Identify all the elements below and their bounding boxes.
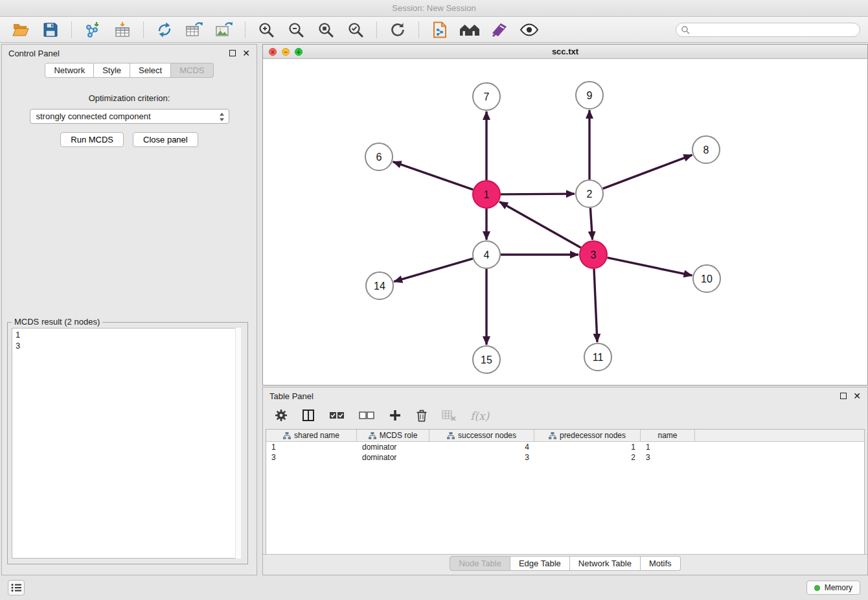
network-window-titlebar[interactable]: × – + scc.txt [263, 45, 867, 59]
export-table-icon [185, 21, 203, 38]
network-canvas[interactable]: 7968124314101511 [263, 59, 867, 385]
graph-node-15[interactable]: 15 [473, 346, 500, 373]
export-network-button[interactable] [152, 19, 177, 40]
export-image-button[interactable] [211, 19, 237, 40]
import-network-button[interactable] [80, 19, 106, 40]
edge-2-3[interactable] [590, 208, 592, 240]
tab-style[interactable]: Style [94, 63, 130, 78]
table-cell[interactable]: 2 [534, 453, 641, 462]
table-cell[interactable]: 4 [429, 443, 534, 452]
tab-network-table[interactable]: Network Table [570, 556, 641, 571]
graph-node-6[interactable]: 6 [365, 143, 393, 170]
tab-network[interactable]: Network [45, 63, 94, 78]
close-window-icon[interactable]: × [269, 48, 277, 56]
edge-3-10[interactable] [608, 258, 692, 276]
home-button[interactable] [457, 19, 483, 40]
edge-4-14[interactable] [394, 259, 473, 282]
show-columns-button[interactable] [302, 409, 315, 424]
table-cell[interactable]: dominator [357, 443, 429, 452]
edge-1-2[interactable] [501, 194, 575, 194]
zoom-fit-button[interactable] [313, 19, 339, 40]
graph-node-7[interactable]: 7 [473, 83, 500, 110]
add-column-button[interactable] [389, 409, 402, 424]
tab-edge-table[interactable]: Edge Table [510, 556, 570, 571]
tab-node-table[interactable]: Node Table [450, 556, 510, 571]
network-graph[interactable]: 7968124314101511 [263, 59, 867, 385]
graph-node-2[interactable]: 2 [576, 180, 603, 207]
task-history-button[interactable] [8, 580, 25, 595]
run-mcds-button[interactable]: Run MCDS [60, 132, 124, 147]
search-input[interactable] [676, 23, 860, 37]
graph-node-4[interactable]: 4 [473, 241, 500, 268]
save-session-button[interactable] [38, 19, 63, 40]
criterion-dropdown[interactable]: strongly connected component [30, 109, 229, 124]
export-table-button[interactable] [181, 19, 207, 40]
edge-3-11[interactable] [594, 269, 597, 342]
zoom-fit-icon [317, 21, 334, 38]
tab-select[interactable]: Select [130, 63, 171, 78]
graph-node-10[interactable]: 10 [693, 265, 720, 292]
memory-status-icon [814, 585, 820, 591]
graph-node-11[interactable]: 11 [584, 343, 611, 371]
zoom-out-button[interactable] [283, 19, 309, 40]
column-header-mcds-role[interactable]: MCDS role [357, 430, 429, 441]
graph-node-8[interactable]: 8 [692, 136, 720, 163]
column-header-name[interactable]: name [641, 430, 695, 441]
delete-column-button[interactable] [416, 409, 428, 424]
graph-node-3[interactable]: 3 [580, 241, 607, 268]
table-row[interactable]: 3 dominator 3 2 3 [266, 452, 864, 463]
home-icon [459, 22, 480, 38]
float-table-panel-icon[interactable] [840, 393, 847, 399]
table-settings-button[interactable] [275, 409, 288, 424]
column-label: MCDS role [380, 431, 418, 440]
function-builder-button[interactable]: f(x) [470, 410, 489, 422]
close-panel-icon[interactable]: ✕ [242, 49, 250, 57]
column-header-successor-nodes[interactable]: successor nodes [429, 430, 534, 441]
table-cell[interactable]: 3 [429, 453, 534, 462]
edge-1-6[interactable] [393, 162, 474, 190]
zoom-in-button[interactable] [253, 19, 279, 40]
graph-node-9[interactable]: 9 [576, 82, 603, 109]
column-header-shared-name[interactable]: shared name [266, 430, 357, 441]
table-cell[interactable]: dominator [357, 453, 429, 462]
minimize-window-icon[interactable]: – [282, 48, 290, 56]
network-document-button[interactable] [427, 19, 453, 40]
dropdown-stepper-icon [219, 112, 225, 124]
edge-3-1[interactable] [499, 202, 581, 248]
maximize-window-icon[interactable]: + [295, 48, 303, 56]
result-scrollbar[interactable] [235, 328, 241, 559]
column-label: shared name [294, 431, 339, 440]
table-panel-header: Table Panel ✕ [263, 387, 867, 404]
close-table-panel-icon[interactable]: ✕ [853, 392, 861, 400]
import-table-button[interactable] [109, 19, 135, 40]
edge-2-8[interactable] [603, 155, 692, 189]
column-header-predecessor-nodes[interactable]: predecessor nodes [534, 430, 641, 441]
mcds-result-list[interactable]: 1 3 [12, 328, 241, 559]
table-cell[interactable]: 3 [641, 453, 695, 462]
node-table: shared name MCDS role successor nodes pr… [266, 429, 865, 555]
tab-mcds[interactable]: MCDS [171, 63, 213, 78]
table-cell[interactable]: 3 [266, 453, 357, 462]
refresh-icon [389, 21, 406, 38]
float-panel-icon[interactable] [229, 50, 236, 56]
tab-motifs[interactable]: Motifs [641, 556, 681, 571]
delete-table-button[interactable] [442, 410, 456, 423]
graph-node-14[interactable]: 14 [366, 272, 393, 299]
open-session-button[interactable] [8, 19, 34, 40]
select-all-rows-button[interactable] [329, 410, 345, 422]
control-panel-tabs: Network Style Select MCDS [2, 63, 257, 78]
table-row[interactable]: 1 dominator 4 1 1 [266, 442, 864, 452]
memory-button[interactable]: Memory [806, 581, 860, 595]
zoom-selected-icon [347, 21, 364, 38]
show-details-button[interactable] [516, 19, 542, 40]
apply-style-button[interactable] [486, 19, 512, 40]
close-panel-button[interactable]: Close panel [133, 132, 198, 147]
export-network-icon [156, 21, 173, 38]
table-cell[interactable]: 1 [266, 443, 357, 452]
deselect-all-rows-button[interactable] [359, 410, 374, 422]
table-cell[interactable]: 1 [641, 443, 695, 452]
zoom-selected-button[interactable] [343, 19, 369, 40]
table-cell[interactable]: 1 [534, 443, 641, 452]
graph-node-1[interactable]: 1 [473, 181, 500, 208]
refresh-layout-button[interactable] [385, 19, 411, 40]
